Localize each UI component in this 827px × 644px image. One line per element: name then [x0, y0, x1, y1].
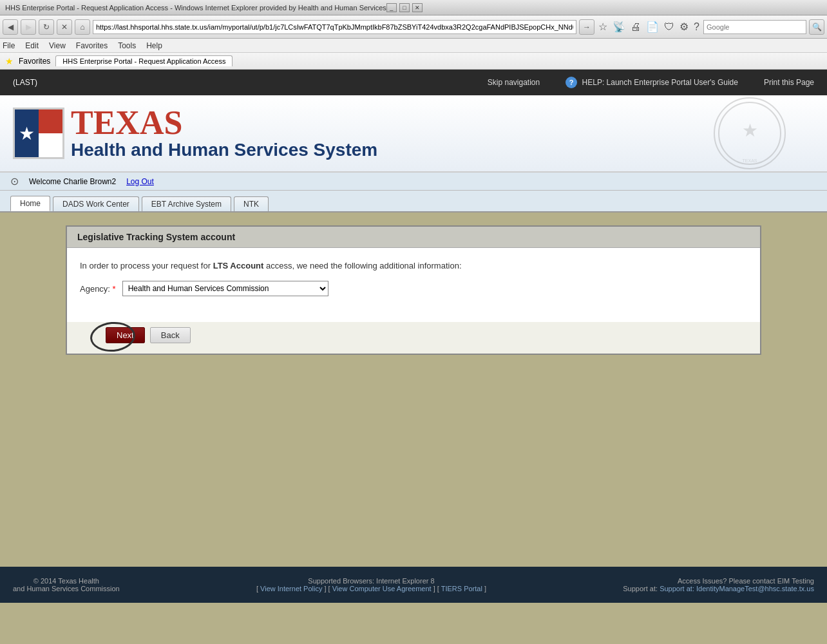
- info-text: In order to process your request for LTS…: [80, 261, 747, 270]
- footer-supported: Supported Browsers: Internet Explorer 8: [256, 577, 486, 585]
- skip-navigation-link[interactable]: Skip navigation: [488, 78, 540, 87]
- help-link[interactable]: ? HELP: Launch Enterprise Portal User's …: [566, 77, 738, 88]
- form-card: Legislative Tracking System account In o…: [66, 225, 761, 355]
- user-last-name: (LAST): [13, 78, 37, 87]
- button-row: Next Back: [67, 322, 760, 354]
- form-title: Legislative Tracking System account: [77, 232, 235, 242]
- tiers-portal-link[interactable]: TIERS Portal: [441, 585, 482, 592]
- menu-bar: File Edit View Favorites Tools Help: [0, 39, 827, 53]
- info-post: access, we need the following additional…: [263, 261, 461, 270]
- browser-titlebar: HHS Enterprise Portal - Request Applicat…: [0, 0, 827, 15]
- agency-label: Agency: *: [80, 284, 117, 294]
- menu-favorites[interactable]: Favorites: [76, 41, 108, 50]
- user-bar: ⊙ Welcome Charlie Brown2 Log Out: [0, 173, 827, 191]
- top-navigation: (LAST) Skip navigation ? HELP: Launch En…: [0, 70, 827, 95]
- view-cua-link[interactable]: View Computer Use Agreement: [332, 585, 432, 592]
- lts-bold: LTS Account: [213, 261, 264, 270]
- tab-dads[interactable]: DADS Work Center: [53, 196, 139, 211]
- favorites-star-icon: ★: [5, 56, 14, 66]
- menu-help[interactable]: Help: [146, 41, 162, 50]
- support-email-link[interactable]: Support at: IdentityManageTest@hhsc.stat…: [660, 585, 814, 592]
- logout-link[interactable]: Log Out: [126, 177, 154, 186]
- flag-red-section: [39, 109, 62, 133]
- site-header: ★ TEXAS Health and Human Services System…: [0, 95, 827, 173]
- menu-tools[interactable]: Tools: [118, 41, 136, 50]
- texas-seal: ★ TEXAS: [711, 95, 788, 172]
- help-icon: ?: [566, 77, 577, 88]
- header-text: TEXAS Health and Human Services System: [71, 106, 377, 160]
- flag-blue-section: ★: [15, 109, 39, 157]
- go-button[interactable]: →: [579, 19, 594, 35]
- star-icon[interactable]: ☆: [597, 19, 609, 34]
- forward-nav-button[interactable]: ▶: [21, 19, 36, 35]
- minimize-button[interactable]: _: [386, 3, 397, 12]
- hhss-subtitle: Health and Human Services System: [71, 140, 377, 160]
- menu-file[interactable]: File: [3, 41, 15, 50]
- texas-flag: ★: [13, 108, 64, 159]
- next-button[interactable]: Next: [106, 327, 145, 343]
- svg-text:★: ★: [742, 120, 758, 140]
- flag-right-section: [39, 109, 62, 157]
- back-nav-button[interactable]: ◀: [3, 19, 18, 35]
- back-button[interactable]: Back: [150, 327, 191, 343]
- tab-home[interactable]: Home: [10, 196, 50, 211]
- agency-select[interactable]: Health and Human Services Commission DAD…: [122, 281, 328, 296]
- flag-white-section: [39, 133, 62, 157]
- svg-text:TEXAS: TEXAS: [743, 158, 757, 163]
- favorites-label: Favorites: [19, 57, 50, 66]
- safety-icon[interactable]: 🛡: [663, 20, 676, 34]
- tab-ebt[interactable]: EBT Archive System: [142, 196, 231, 211]
- footer-access-issues: Access Issues? Please contact EIM Testin…: [623, 577, 814, 585]
- flag-star-icon: ★: [19, 123, 35, 144]
- form-card-header: Legislative Tracking System account: [67, 227, 760, 248]
- browser-tab[interactable]: HHS Enterprise Portal - Request Applicat…: [55, 55, 233, 66]
- footer-right: Access Issues? Please contact EIM Testin…: [623, 577, 814, 592]
- footer-center: Supported Browsers: Internet Explorer 8 …: [256, 577, 486, 592]
- view-policy-link[interactable]: View Internet Policy: [260, 585, 322, 592]
- tab-ntk[interactable]: NTK: [234, 196, 269, 211]
- print-link[interactable]: Print this Page: [764, 78, 814, 87]
- footer-copyright-line2: and Human Services Commission: [13, 585, 120, 592]
- agency-field-row: Agency: * Health and Human Services Comm…: [80, 281, 747, 296]
- nav-tabs: Home DADS Work Center EBT Archive System…: [0, 191, 827, 213]
- menu-view[interactable]: View: [49, 41, 66, 50]
- menu-edit[interactable]: Edit: [25, 41, 39, 50]
- browser-toolbar: ◀ ▶ ↻ ✕ ⌂ → ☆ 📡 🖨 📄 🛡 ⚙ ? 🔍: [0, 15, 827, 39]
- search-input[interactable]: [703, 20, 806, 34]
- footer-copyright-line1: © 2014 Texas Health: [13, 577, 120, 585]
- footer-links: [ View Internet Policy ] [ View Computer…: [256, 585, 486, 592]
- info-pre: In order to process your request for: [80, 261, 213, 270]
- user-icon: ⊙: [10, 175, 19, 187]
- top-nav-links: Skip navigation ? HELP: Launch Enterpris…: [488, 77, 814, 88]
- home-button[interactable]: ⌂: [75, 19, 90, 35]
- close-button[interactable]: ✕: [412, 3, 423, 12]
- address-bar[interactable]: [93, 20, 576, 34]
- browser-title: HHS Enterprise Portal - Request Applicat…: [5, 4, 386, 12]
- refresh-button[interactable]: ↻: [39, 19, 54, 35]
- logo-area: ★ TEXAS Health and Human Services System: [13, 106, 377, 160]
- window-controls: _ □ ✕: [386, 3, 423, 12]
- page-icon[interactable]: 📄: [645, 19, 660, 34]
- footer-support: Support at: Support at: IdentityManageTe…: [623, 585, 814, 592]
- welcome-text: Welcome Charlie Brown2: [29, 177, 116, 186]
- texas-title: TEXAS: [71, 106, 377, 140]
- stop-button[interactable]: ✕: [57, 19, 72, 35]
- search-go-button[interactable]: 🔍: [809, 19, 824, 35]
- site-footer: © 2014 Texas Health and Human Services C…: [0, 567, 827, 603]
- rss-icon[interactable]: 📡: [611, 19, 627, 34]
- tools-icon[interactable]: ⚙: [678, 19, 690, 34]
- form-card-body: In order to process your request for LTS…: [67, 248, 760, 322]
- required-star: *: [113, 284, 116, 294]
- main-content: Legislative Tracking System account In o…: [0, 213, 827, 567]
- favorites-bar: ★ Favorites HHS Enterprise Portal - Requ…: [0, 53, 827, 70]
- restore-button[interactable]: □: [399, 3, 410, 12]
- footer-copyright: © 2014 Texas Health and Human Services C…: [13, 577, 120, 592]
- help-toolbar-icon[interactable]: ?: [692, 20, 701, 34]
- print-icon[interactable]: 🖨: [629, 20, 642, 34]
